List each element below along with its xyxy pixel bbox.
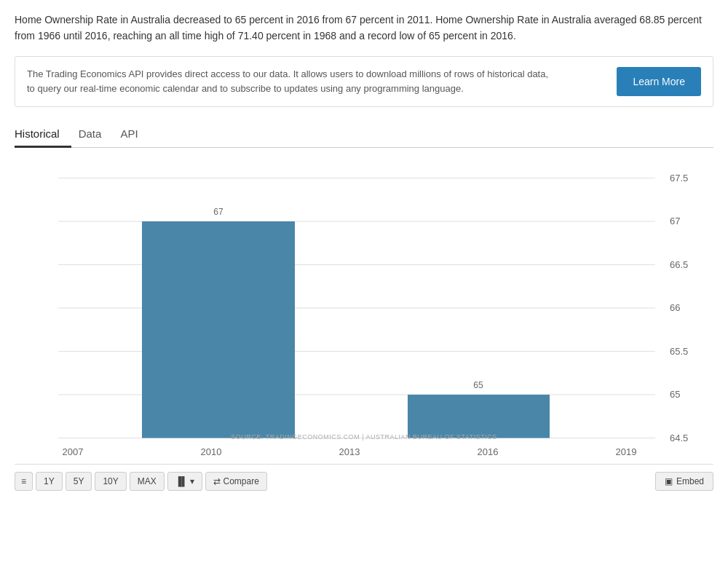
svg-text:65: 65 bbox=[473, 380, 483, 390]
api-banner-text: The Trading Economics API provides direc… bbox=[27, 67, 551, 96]
svg-text:2016: 2016 bbox=[478, 446, 499, 457]
compare-button[interactable]: ⇄ Compare bbox=[205, 472, 267, 491]
description-text: Home Ownership Rate in Australia decreas… bbox=[15, 12, 713, 44]
tab-api[interactable]: API bbox=[120, 122, 149, 148]
svg-text:64.5: 64.5 bbox=[670, 432, 688, 443]
embed-label: Embed bbox=[676, 476, 704, 486]
svg-text:2013: 2013 bbox=[339, 446, 360, 457]
svg-text:2019: 2019 bbox=[616, 446, 637, 457]
embed-icon: ▣ bbox=[665, 476, 673, 486]
svg-text:67.5: 67.5 bbox=[670, 172, 688, 183]
chart-type-button[interactable]: ▐▌ ▾ bbox=[167, 472, 202, 491]
max-button[interactable]: MAX bbox=[130, 472, 165, 491]
chart-source: SOURCE: TRADINGECONOMICS.COM | AUSTRALIA… bbox=[231, 433, 496, 441]
bar-2016 bbox=[408, 395, 550, 438]
learn-more-button[interactable]: Learn More bbox=[617, 67, 701, 96]
chart-svg: 67.5 67 66.5 66 65.5 65 64.5 2007 2010 2… bbox=[15, 155, 713, 461]
svg-text:67: 67 bbox=[213, 207, 223, 217]
embed-button[interactable]: ▣ Embed bbox=[655, 472, 713, 491]
tab-data[interactable]: Data bbox=[79, 122, 114, 148]
svg-text:2010: 2010 bbox=[201, 446, 222, 457]
svg-text:67: 67 bbox=[670, 216, 680, 226]
svg-text:2007: 2007 bbox=[63, 446, 84, 457]
svg-text:66.5: 66.5 bbox=[670, 259, 688, 269]
menu-icon-button[interactable]: ≡ bbox=[15, 472, 33, 491]
toolbar-right: ▣ Embed bbox=[655, 472, 713, 491]
10y-button[interactable]: 10Y bbox=[95, 472, 126, 491]
tab-historical[interactable]: Historical bbox=[15, 122, 71, 148]
tabs-row: Historical Data API bbox=[15, 122, 713, 148]
svg-text:65: 65 bbox=[670, 389, 680, 400]
chart-type-dropdown-icon: ▾ bbox=[190, 476, 194, 486]
chart-type-icon: ▐▌ bbox=[175, 476, 188, 486]
bar-2010 bbox=[142, 221, 295, 438]
svg-text:65.5: 65.5 bbox=[670, 346, 688, 357]
1y-button[interactable]: 1Y bbox=[36, 472, 63, 491]
api-banner: The Trading Economics API provides direc… bbox=[15, 56, 713, 107]
toolbar-row: ≡ 1Y 5Y 10Y MAX ▐▌ ▾ ⇄ Compare ▣ Embed bbox=[15, 464, 713, 491]
5y-button[interactable]: 5Y bbox=[66, 472, 92, 491]
svg-text:66: 66 bbox=[670, 302, 680, 313]
chart-area: 67.5 67 66.5 66 65.5 65 64.5 2007 2010 2… bbox=[15, 155, 713, 461]
compare-icon: ⇄ bbox=[213, 476, 221, 486]
